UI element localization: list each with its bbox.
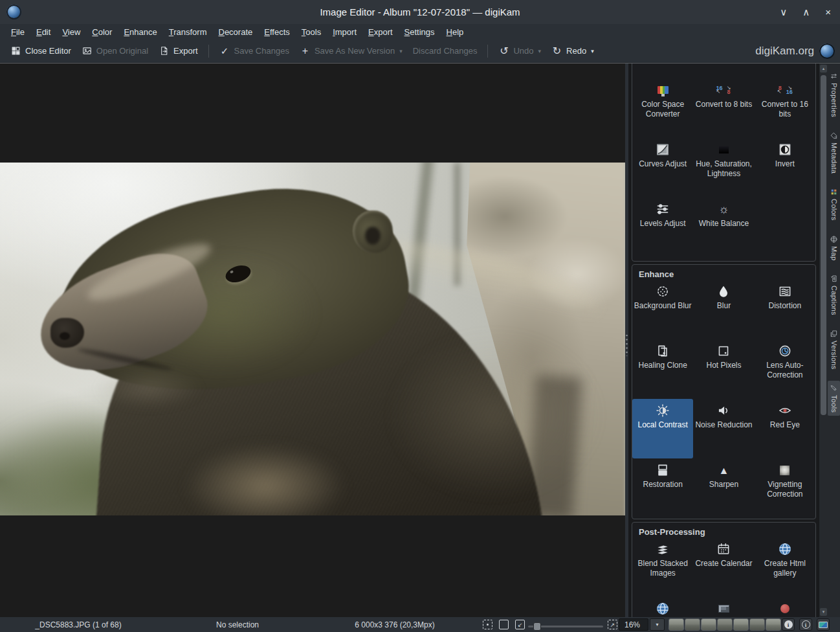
zoom-fit-selection-icon[interactable]: [483, 620, 492, 629]
sidebar-tab-map[interactable]: Map: [828, 232, 840, 264]
menu-effects[interactable]: Effects: [258, 25, 296, 39]
zoom-slider-handle[interactable]: [533, 622, 541, 631]
grid-icon: [10, 45, 21, 56]
tool-curves-adjust[interactable]: Curves Adjust: [632, 138, 693, 198]
under-exposure-info-button[interactable]: i: [782, 618, 795, 631]
window-title: Image Editor - Album "12-07-2018" — digi…: [0, 6, 840, 17]
menu-view[interactable]: View: [56, 25, 86, 39]
menu-decorate[interactable]: Decorate: [213, 25, 259, 39]
photo-marmot[interactable]: [0, 163, 625, 515]
tool-distortion[interactable]: Distortion: [755, 280, 815, 339]
preview-thumbnail[interactable]: [701, 618, 716, 631]
toolbar-save-changes[interactable]: ✓Save Changes: [214, 42, 294, 60]
dropdown-arrow-icon[interactable]: ▾: [538, 48, 542, 54]
sidebar-tab-label: Map: [830, 246, 837, 260]
menu-tools[interactable]: Tools: [296, 25, 327, 39]
sidebar-tab-captions[interactable]: Captions: [828, 271, 840, 319]
toolbar-open-original[interactable]: Open Original: [76, 42, 153, 60]
zoom-full-size-icon[interactable]: ↗: [608, 620, 617, 629]
tool-lens-auto-correction[interactable]: Lens Auto-Correction: [755, 339, 815, 399]
tool-create-calendar[interactable]: Create Calendar: [693, 537, 754, 597]
tool-blur[interactable]: Blur: [693, 280, 754, 339]
over-exposure-info-button[interactable]: i: [799, 618, 812, 631]
zoom-value-box[interactable]: 16%: [619, 618, 648, 631]
tool-label: Hue, Saturation, Lightness: [694, 159, 753, 179]
conv8-icon: 16↘↖8: [716, 82, 731, 98]
toolbar-undo[interactable]: ↺Undo▾: [493, 42, 546, 60]
minimize-icon[interactable]: ∨: [780, 7, 787, 17]
sidebar-tab-metadata[interactable]: Metadata: [828, 128, 840, 177]
tool-red-eye[interactable]: Red Eye: [755, 399, 815, 458]
menu-transform[interactable]: Transform: [163, 25, 213, 39]
toolbar-label: Save Changes: [234, 46, 289, 56]
menu-enhance[interactable]: Enhance: [118, 25, 162, 39]
tool-restoration[interactable]: Restoration: [632, 458, 693, 518]
tool-invert[interactable]: Invert: [755, 138, 815, 198]
preview-thumbnail[interactable]: [685, 618, 700, 631]
preview-thumbnail[interactable]: [669, 618, 684, 631]
toolbar-export[interactable]: Export: [153, 42, 203, 60]
mosaic-icon: [716, 601, 731, 616]
editor-canvas[interactable]: [0, 63, 625, 617]
sidebar-tab-properties[interactable]: Properties: [828, 69, 840, 120]
menu-settings[interactable]: Settings: [399, 25, 441, 39]
tool-white-balance[interactable]: ☼White Balance: [693, 198, 754, 257]
tool-label: Local Contrast: [637, 420, 687, 430]
dropdown-arrow-icon[interactable]: ▾: [399, 48, 403, 54]
tool-levels-adjust[interactable]: Levels Adjust: [632, 198, 693, 257]
sidebar-tab-versions[interactable]: Versions: [828, 326, 840, 373]
color-managed-view-button[interactable]: [817, 618, 830, 631]
zoom-dropdown-button[interactable]: ▾: [650, 618, 665, 631]
dropdown-arrow-icon[interactable]: ▾: [591, 48, 594, 54]
tool-extra-4[interactable]: [693, 597, 754, 617]
toolbar-discard-changes[interactable]: Discard Changes: [408, 43, 483, 59]
tool-extra-3[interactable]: [632, 597, 693, 617]
scroll-down-icon[interactable]: ▼: [820, 608, 827, 616]
toolbar-redo[interactable]: ↻Redo▾: [546, 42, 599, 60]
zoom-fit-icon[interactable]: ↙: [515, 620, 525, 629]
tool-hue-saturation-lightness[interactable]: Hue, Saturation, Lightness: [693, 138, 754, 198]
toolbar-close-editor[interactable]: Close Editor: [5, 42, 76, 60]
zoom-fit-window-icon[interactable]: [499, 620, 509, 629]
preview-thumbnail[interactable]: [717, 618, 733, 631]
sidebar-tab-tools[interactable]: Tools: [828, 381, 840, 416]
tool-healing-clone[interactable]: Healing Clone: [632, 339, 693, 399]
title-bar: Image Editor - Album "12-07-2018" — digi…: [0, 0, 840, 24]
close-icon[interactable]: ×: [825, 7, 831, 17]
cms-icon: [655, 82, 670, 98]
preview-thumbnail[interactable]: [749, 618, 765, 631]
menu-edit[interactable]: Edit: [30, 25, 56, 39]
menu-file[interactable]: File: [5, 25, 30, 39]
sidebar-tab-colors[interactable]: Colors: [828, 185, 840, 224]
brand-text: digiKam.org: [755, 45, 814, 58]
tool-convert-to-8-bits[interactable]: 16↘↖8Convert to 8 bits: [693, 78, 754, 138]
tool-label: White Balance: [699, 219, 749, 229]
tool-hot-pixels[interactable]: Hot Pixels: [693, 339, 754, 399]
menu-help[interactable]: Help: [441, 25, 470, 39]
tag-icon: [830, 131, 838, 140]
tool-create-html-gallery[interactable]: Create Html gallery: [755, 537, 815, 597]
scroll-up-icon[interactable]: ▲: [820, 65, 827, 73]
tool-convert-to-16-bits[interactable]: 8↘↖16Convert to 16 bits: [755, 78, 815, 138]
tool-color-space-converter[interactable]: Color Space Converter: [632, 78, 693, 138]
tool-background-blur[interactable]: Background Blur: [632, 280, 693, 339]
tool-vignetting-correction[interactable]: Vignetting Correction: [755, 458, 815, 518]
tool-label: Blend Stacked Images: [634, 559, 692, 578]
tool-label: Levels Adjust: [640, 219, 686, 229]
menu-import[interactable]: Import: [327, 25, 362, 39]
zoom-slider[interactable]: [528, 626, 603, 627]
tool-sharpen[interactable]: ▲Sharpen: [693, 458, 754, 518]
copies-icon: [830, 330, 838, 338]
tool-extra-5[interactable]: [755, 597, 815, 617]
toolbar-save-as-new-version[interactable]: +Save As New Version▾: [294, 42, 408, 60]
preview-thumbnail[interactable]: [766, 618, 781, 631]
panel-scrollbar[interactable]: ▲ ▼: [819, 63, 828, 617]
preview-thumbnail[interactable]: [733, 618, 749, 631]
menu-color[interactable]: Color: [86, 25, 118, 39]
tool-local-contrast[interactable]: Local Contrast: [632, 399, 693, 458]
tool-noise-reduction[interactable]: Noise Reduction: [693, 399, 754, 458]
tool-blend-stacked-images[interactable]: Blend Stacked Images: [632, 537, 693, 597]
scrollbar-thumb[interactable]: [821, 75, 826, 415]
maximize-icon[interactable]: ∧: [802, 7, 810, 17]
menu-export[interactable]: Export: [362, 25, 399, 39]
